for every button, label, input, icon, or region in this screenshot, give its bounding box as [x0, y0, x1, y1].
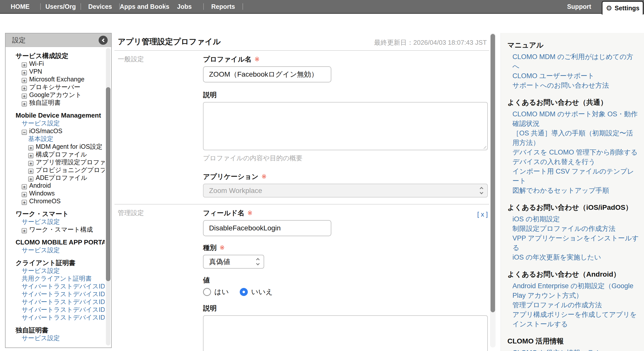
- tree-item[interactable]: +Windows: [6, 189, 105, 197]
- expand-node-icon[interactable]: +: [22, 184, 27, 189]
- tree-item[interactable]: サイバートラストデバイスID(個…: [6, 290, 105, 298]
- tree-item[interactable]: +プロビジョニングプロファ…: [6, 166, 105, 174]
- tree-item[interactable]: +Googleアカウント: [6, 91, 105, 99]
- help-link[interactable]: CLOMO お役立ち情報コラム: [512, 348, 639, 351]
- expand-node-icon[interactable]: +: [22, 101, 27, 107]
- help-link[interactable]: CLOMO MDM のサポート対象 OS・動作確認状況: [512, 109, 639, 128]
- tree-item[interactable]: −iOS/macOS: [6, 127, 105, 135]
- nav-item-home[interactable]: HOME: [0, 0, 40, 13]
- radio-option[interactable]: はい: [203, 287, 229, 297]
- sidebar-scrollbar-thumb[interactable]: [106, 87, 110, 281]
- radio-unselected-icon[interactable]: [203, 288, 211, 296]
- radio-option[interactable]: いいえ: [240, 287, 273, 297]
- help-link[interactable]: iOS の年次更新を実施したい: [512, 253, 639, 262]
- tree-item[interactable]: +VPN: [6, 68, 105, 75]
- expand-node-icon[interactable]: +: [22, 93, 27, 99]
- help-link[interactable]: CLOMO MDM のご利用がはじめての方へ: [512, 52, 639, 71]
- help-link[interactable]: iOS の初期設定: [512, 214, 639, 224]
- tree-item-link[interactable]: サービス設定: [22, 120, 60, 127]
- tree-item-link[interactable]: サイバートラストデバイスID G3i…: [22, 306, 105, 313]
- tree-item[interactable]: サービス設定: [6, 246, 105, 254]
- main-scrollbar-thumb[interactable]: [491, 34, 495, 312]
- tree-item[interactable]: サービス設定: [6, 334, 105, 342]
- help-link[interactable]: 管理プロファイルの作成方法: [512, 300, 639, 310]
- tree-item-link[interactable]: サイバートラストデバイスID G3i…: [22, 298, 105, 305]
- expand-node-icon[interactable]: +: [28, 145, 33, 151]
- tree-item[interactable]: サイバートラストデバイスID G3i…: [6, 298, 105, 306]
- tree-item[interactable]: +Microsoft Exchange: [6, 75, 105, 83]
- tree-item-link[interactable]: 基本設定: [28, 135, 53, 142]
- nav-item-users-org[interactable]: Users/Org: [41, 0, 80, 13]
- tree-item[interactable]: サイバートラストデバイスID G3i…: [6, 306, 105, 314]
- tree-item[interactable]: +ADEプロファイル: [6, 174, 105, 182]
- help-link[interactable]: CLOMO ユーザーサポート: [512, 71, 639, 81]
- help-link[interactable]: VPP アプリケーションをインストールする: [512, 233, 639, 253]
- settings-tab-label: Settings: [615, 5, 639, 12]
- description-textarea[interactable]: [203, 102, 488, 150]
- profile-name-input[interactable]: [203, 66, 331, 82]
- expand-node-icon[interactable]: +: [22, 70, 27, 75]
- help-link[interactable]: Android Enterprise の初期設定（Google Play アカウ…: [512, 281, 639, 300]
- expand-node-icon[interactable]: +: [28, 153, 33, 158]
- field-name-input[interactable]: [203, 220, 331, 236]
- nav-item-devices[interactable]: Devices: [81, 0, 119, 13]
- expand-node-icon[interactable]: +: [22, 62, 27, 68]
- nav-item-jobs[interactable]: Jobs: [166, 0, 203, 13]
- help-link[interactable]: 制限設定プロファイルの作成方法: [512, 224, 639, 233]
- help-link[interactable]: サポートへのお問い合わせ方法: [512, 81, 639, 90]
- chevron-left-icon: [102, 38, 106, 42]
- tree-item[interactable]: +アプリ管理設定プロファイル: [6, 158, 105, 166]
- help-link[interactable]: アプリ構成ポリシーを作成してアプリをインストールする: [512, 310, 639, 329]
- field-description-textarea[interactable]: [203, 315, 488, 351]
- application-select[interactable]: Zoom Workplace: [203, 184, 488, 197]
- sidebar-scrollbar-track[interactable]: [106, 48, 110, 345]
- expand-node-icon[interactable]: +: [22, 192, 27, 197]
- help-link[interactable]: ［OS 共通］導入の手順（初期設定〜活用方法）: [512, 128, 639, 147]
- tree-item[interactable]: +独自証明書: [6, 99, 105, 107]
- tree-item-link[interactable]: サービス設定: [22, 267, 60, 274]
- tree-item[interactable]: サイバートラストデバイスIDクラ…: [6, 282, 105, 290]
- help-link[interactable]: デバイスを CLOMO 管理下から削除する: [512, 147, 639, 157]
- expand-node-icon[interactable]: +: [22, 86, 27, 91]
- help-link[interactable]: デバイスの入れ替えを行う: [512, 157, 639, 167]
- type-select[interactable]: 真偽値: [203, 255, 264, 269]
- tree-item-link[interactable]: 共用クライアント証明書: [22, 275, 92, 282]
- remove-field-link[interactable]: [ x ]: [477, 211, 488, 218]
- radio-selected-icon[interactable]: [240, 288, 248, 296]
- expand-node-icon[interactable]: +: [28, 169, 33, 174]
- page-header: アプリ管理設定プロファイル 最終更新日：2026/04/03 18:07:43 …: [114, 33, 489, 51]
- tab-settings[interactable]: ⚙ Settings: [602, 1, 643, 15]
- tree-item[interactable]: サービス設定: [6, 119, 105, 127]
- tree-item[interactable]: +構成プロファイル: [6, 151, 105, 158]
- expand-node-icon[interactable]: +: [28, 161, 33, 166]
- tree-item[interactable]: サイバートラストデバイスID G4i…: [6, 314, 105, 321]
- main-scrollbar-track[interactable]: [490, 33, 496, 347]
- nav-item-apps-and-books[interactable]: Apps and Books: [120, 0, 165, 13]
- tree-item[interactable]: サービス設定: [6, 267, 105, 275]
- collapse-node-icon[interactable]: −: [22, 130, 27, 135]
- tree-item[interactable]: +Wi-Fi: [6, 60, 105, 68]
- tree-item[interactable]: +MDM Agent for iOS設定: [6, 143, 105, 151]
- tree-item[interactable]: サービス設定: [6, 218, 105, 226]
- tree-item[interactable]: 共用クライアント証明書: [6, 275, 105, 282]
- tree-item[interactable]: 基本設定: [6, 135, 105, 143]
- expand-node-icon[interactable]: +: [22, 200, 27, 205]
- nav-item-support[interactable]: Support: [567, 0, 591, 13]
- tree-item-link[interactable]: サービス設定: [22, 334, 60, 341]
- tree-item-link[interactable]: サイバートラストデバイスID(個…: [22, 290, 105, 297]
- nav-item-reports[interactable]: Reports: [204, 0, 243, 13]
- expand-node-icon[interactable]: +: [22, 78, 27, 83]
- collapse-panel-button[interactable]: [99, 36, 108, 45]
- tree-item-link[interactable]: サイバートラストデバイスID G4i…: [22, 314, 105, 321]
- tree-item[interactable]: +ChromeOS: [6, 197, 105, 205]
- tree-item-link[interactable]: サイバートラストデバイスIDクラ…: [22, 283, 105, 290]
- expand-node-icon[interactable]: +: [28, 176, 33, 182]
- tree-item[interactable]: +Android: [6, 182, 105, 189]
- tree-item[interactable]: +プロキシサーバー: [6, 83, 105, 91]
- tree-item-link[interactable]: サービス設定: [22, 246, 60, 254]
- tree-item-link[interactable]: サービス設定: [22, 218, 60, 225]
- tree-item[interactable]: +ワーク・スマート構成: [6, 226, 105, 233]
- help-link[interactable]: 図解でわかるセットアップ手順: [512, 186, 639, 195]
- help-link[interactable]: インポート用 CSV ファイルのテンプレート: [512, 167, 639, 186]
- expand-node-icon[interactable]: +: [22, 228, 27, 233]
